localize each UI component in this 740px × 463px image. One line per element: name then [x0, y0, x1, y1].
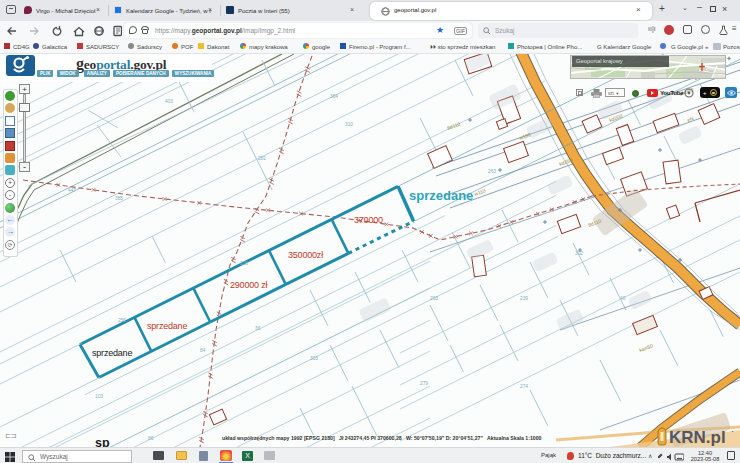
svg-text:370000: 370000	[354, 215, 383, 225]
svg-text:263: 263	[488, 169, 496, 174]
svg-text:263: 263	[430, 296, 438, 301]
svg-text:350000zł: 350000zł	[288, 250, 323, 260]
svg-text:290000 zł: 290000 zł	[230, 280, 267, 290]
svg-text:KRN.pl: KRN.pl	[669, 428, 726, 447]
svg-text:403: 403	[165, 99, 173, 104]
svg-text:40: 40	[620, 296, 626, 301]
svg-text:sprzedane: sprzedane	[147, 321, 187, 331]
svg-text:239: 239	[520, 296, 528, 301]
svg-text:sprzedane: sprzedane	[92, 348, 132, 358]
svg-text:256: 256	[118, 318, 126, 323]
svg-text:·: ·	[731, 426, 734, 436]
svg-text:226: 226	[240, 261, 248, 266]
svg-text:447: 447	[68, 188, 76, 193]
svg-text:36: 36	[255, 326, 261, 331]
svg-text:86: 86	[148, 436, 154, 441]
svg-text:302: 302	[575, 251, 583, 256]
svg-text:103: 103	[95, 394, 103, 399]
svg-text:279: 279	[420, 381, 428, 386]
svg-text:84: 84	[200, 348, 206, 353]
svg-text:274: 274	[520, 384, 528, 389]
svg-text:310: 310	[345, 122, 353, 127]
svg-text:303: 303	[310, 356, 318, 361]
svg-text:281: 281	[258, 156, 266, 161]
svg-text:385: 385	[115, 196, 123, 201]
svg-text:364: 364	[330, 94, 338, 99]
svg-text:sprzedane: sprzedane	[409, 188, 473, 203]
